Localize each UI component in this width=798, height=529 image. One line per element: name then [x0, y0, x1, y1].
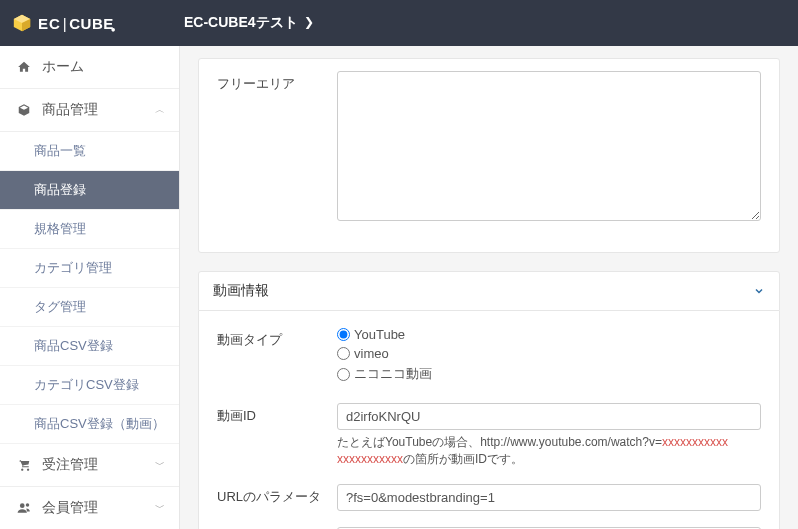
subnav-product-csv[interactable]: 商品CSV登録	[0, 327, 179, 366]
free-area-textarea[interactable]	[337, 71, 761, 221]
video-params-label: URLのパラメータ	[217, 484, 337, 506]
subnav-product-list[interactable]: 商品一覧	[0, 132, 179, 171]
chevron-down-icon	[753, 285, 765, 297]
video-id-input[interactable]	[337, 403, 761, 430]
video-id-label: 動画ID	[217, 403, 337, 425]
video-id-help: たとえばYouTubeの場合、http://www.youtube.com/wa…	[337, 434, 761, 468]
subnav-category[interactable]: カテゴリ管理	[0, 249, 179, 288]
nav-members[interactable]: 会員管理 ﹀	[0, 487, 179, 529]
nav-orders[interactable]: 受注管理 ﹀	[0, 444, 179, 487]
svg-point-1	[26, 503, 30, 507]
subnav-product-csv-video[interactable]: 商品CSV登録（動画）	[0, 405, 179, 444]
video-type-options: YouTube vimeo ニコニコ動画	[337, 327, 761, 387]
chevron-down-icon: ﹀	[155, 458, 165, 472]
help-pre: たとえばYouTubeの場合、http://www.youtube.com/wa…	[337, 435, 662, 449]
users-icon	[14, 501, 34, 515]
free-area-label: フリーエリア	[217, 71, 337, 93]
brand-text: EC|CUBE●	[38, 15, 119, 32]
help-post: の箇所が動画IDです。	[403, 452, 523, 466]
radio-nico[interactable]: ニコニコ動画	[337, 365, 761, 383]
subnav-tag[interactable]: タグ管理	[0, 288, 179, 327]
chevron-down-icon: ﹀	[155, 501, 165, 515]
radio-nico-input[interactable]	[337, 368, 350, 381]
cube-icon	[14, 103, 34, 117]
app-header: EC|CUBE● EC-CUBE4テスト ❯	[0, 0, 798, 46]
nav-home[interactable]: ホーム	[0, 46, 179, 89]
svg-point-0	[20, 503, 25, 508]
cube-icon	[12, 14, 32, 32]
video-params-input[interactable]	[337, 484, 761, 511]
video-type-label: 動画タイプ	[217, 327, 337, 349]
page-title: EC-CUBE4テスト	[184, 14, 298, 32]
video-panel-header[interactable]: 動画情報	[198, 271, 780, 311]
radio-label: YouTube	[354, 327, 405, 342]
home-icon	[14, 60, 34, 74]
radio-label: vimeo	[354, 346, 389, 361]
main-content: フリーエリア 動画情報 動画タイプ YouT	[180, 46, 798, 529]
brand-logo[interactable]: EC|CUBE●	[12, 14, 180, 32]
sidebar: ホーム 商品管理 ︿ 商品一覧 商品登録 規格管理 カテゴリ管理 タグ管理 商品…	[0, 46, 180, 529]
radio-youtube-input[interactable]	[337, 328, 350, 341]
nav-label: ホーム	[42, 58, 84, 76]
radio-vimeo[interactable]: vimeo	[337, 346, 761, 361]
cart-icon	[14, 458, 34, 472]
free-area-panel: フリーエリア	[198, 58, 780, 253]
chevron-right-icon[interactable]: ❯	[304, 15, 314, 29]
nav-label: 受注管理	[42, 456, 98, 474]
radio-youtube[interactable]: YouTube	[337, 327, 761, 342]
subnav-product-new[interactable]: 商品登録	[0, 171, 179, 210]
subnav-category-csv[interactable]: カテゴリCSV登録	[0, 366, 179, 405]
nav-label: 商品管理	[42, 101, 98, 119]
radio-label: ニコニコ動画	[354, 365, 432, 383]
video-panel: 動画情報 動画タイプ YouTube vimeo	[198, 271, 780, 529]
nav-label: 会員管理	[42, 499, 98, 517]
nav-products[interactable]: 商品管理 ︿	[0, 89, 179, 132]
chevron-up-icon: ︿	[155, 103, 165, 117]
panel-title: 動画情報	[213, 282, 269, 300]
subnav-spec[interactable]: 規格管理	[0, 210, 179, 249]
radio-vimeo-input[interactable]	[337, 347, 350, 360]
